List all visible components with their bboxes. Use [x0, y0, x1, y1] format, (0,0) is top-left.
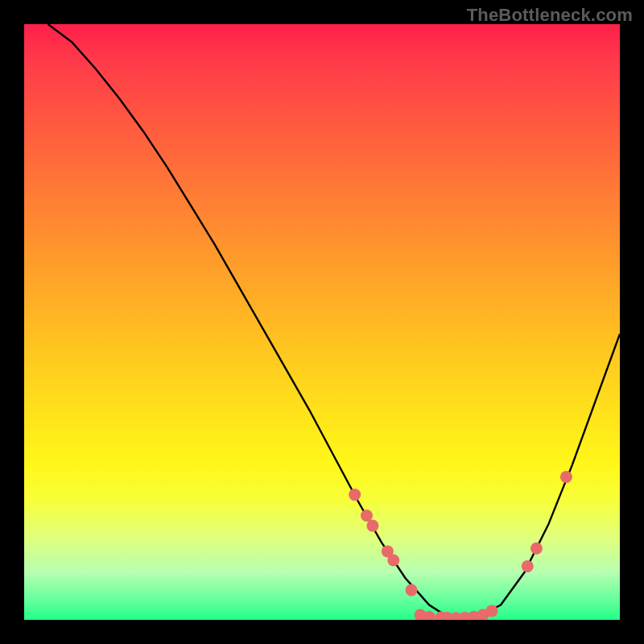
data-point-marker — [349, 489, 361, 501]
data-point-marker — [560, 471, 572, 483]
bottleneck-curve-line — [48, 24, 620, 618]
bottleneck-chart — [24, 24, 620, 620]
chart-container: TheBottleneck.com — [0, 0, 644, 644]
data-point-marker — [485, 605, 497, 617]
data-point-marker — [530, 543, 543, 555]
data-point-marker — [366, 520, 378, 532]
data-point-marker — [522, 560, 534, 572]
data-point-marker — [387, 555, 399, 567]
watermark-text: TheBottleneck.com — [467, 5, 633, 26]
data-point-marker — [361, 510, 373, 522]
data-point-marker — [406, 584, 418, 597]
marker-layer — [349, 471, 572, 620]
